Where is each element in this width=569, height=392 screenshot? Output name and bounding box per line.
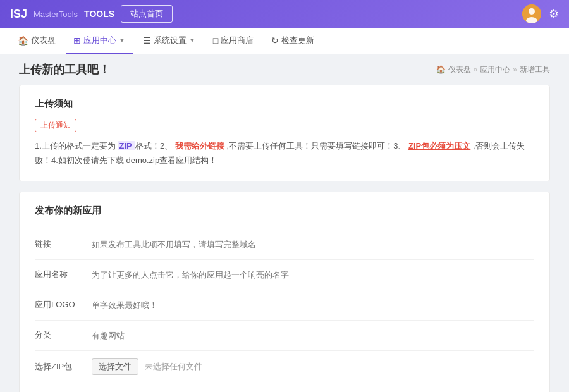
- chevron-down-icon: ▼: [119, 37, 125, 44]
- sidebar-item-sys-settings[interactable]: ☰ 系统设置 ▼: [135, 28, 203, 54]
- nav-label-dashboard: 仪表盘: [31, 35, 56, 46]
- home-icon: 🏠: [18, 35, 28, 46]
- notice-must-highlight: ZIP包必须为压文: [408, 141, 470, 150]
- avatar[interactable]: [522, 4, 541, 23]
- breadcrumb-current: 新增工具: [520, 64, 550, 75]
- nav: 🏠 仪表盘 ⊞ 应用中心 ▼ ☰ 系统设置 ▼ □ 应用商店 ↻ 检查更新: [0, 28, 569, 54]
- sidebar-item-check-update[interactable]: ↻ 检查更新: [264, 28, 322, 54]
- notice-part-1: 1.上传的格式一定要为: [35, 141, 116, 150]
- header-left: ISJ MasterTools TOOLS 站点首页: [10, 5, 173, 23]
- input-app-name[interactable]: [92, 270, 534, 279]
- no-file-label: 未选择任何文件: [145, 361, 202, 372]
- choose-file-button[interactable]: 选择文件: [92, 358, 138, 375]
- store-icon: □: [213, 35, 218, 46]
- field-app-logo: [92, 300, 534, 310]
- page-header: 上传新的工具吧！ 🏠 仪表盘 » 应用中心 » 新增工具: [0, 54, 569, 85]
- chevron-down-icon-settings: ▼: [189, 37, 195, 44]
- publish-form-title: 发布你的新应用: [35, 205, 534, 217]
- upload-notice-title: 上传须知: [35, 98, 534, 110]
- label-link: 链接: [35, 238, 92, 250]
- input-app-logo[interactable]: [92, 300, 534, 310]
- breadcrumb-sep-1: »: [474, 65, 478, 74]
- sidebar-item-dashboard[interactable]: 🏠 仪表盘: [10, 28, 63, 54]
- field-link: [92, 240, 534, 249]
- sidebar-item-app-center[interactable]: ⊞ 应用中心 ▼: [66, 28, 133, 54]
- main-content: 上传须知 上传通知 1.上传的格式一定要为 ZIP 格式！2、 我需给外链接 ,…: [0, 85, 569, 392]
- logo-text: MasterTools: [34, 9, 78, 19]
- notice-link-highlight: 我需给外链接: [175, 141, 224, 150]
- page-title: 上传新的工具吧！: [19, 62, 110, 77]
- publish-form-card: 发布你的新应用 链接 应用名称 应用LOGO 分类: [19, 192, 550, 392]
- label-app-name: 应用名称: [35, 269, 92, 280]
- form-row-category: 分类: [35, 321, 534, 351]
- notice-text: 1.上传的格式一定要为 ZIP 格式！2、 我需给外链接 ,不需要上传任何工具！…: [35, 138, 534, 168]
- form-row-app-logo: 应用LOGO: [35, 290, 534, 321]
- sidebar-item-app-store[interactable]: □ 应用商店: [205, 28, 261, 54]
- nav-label-sys-settings: 系统设置: [154, 35, 187, 46]
- grid-icon: ⊞: [73, 35, 81, 46]
- breadcrumb-home[interactable]: 🏠 仪表盘: [436, 64, 470, 75]
- breadcrumb-sep-2: »: [513, 65, 517, 74]
- refresh-icon: ↻: [271, 35, 279, 46]
- header: ISJ MasterTools TOOLS 站点首页 ⚙: [0, 0, 569, 28]
- form-row-app-name: 应用名称: [35, 260, 534, 290]
- label-app-logo: 应用LOGO: [35, 299, 92, 310]
- nav-label-check-update: 检查更新: [281, 35, 314, 46]
- breadcrumb: 🏠 仪表盘 » 应用中心 » 新增工具: [436, 64, 550, 75]
- notice-part-2: 格式！2、: [135, 141, 173, 150]
- input-link[interactable]: [92, 240, 534, 249]
- notice-part-3: ,不需要上传任何工具！只需要填写链接即可！3、: [227, 141, 407, 150]
- breadcrumb-app-center[interactable]: 应用中心: [480, 64, 510, 75]
- notice-tag[interactable]: 上传通知: [35, 119, 76, 132]
- nav-label-app-store: 应用商店: [221, 35, 254, 46]
- field-category: [92, 331, 534, 340]
- settings-icon: ☰: [143, 35, 151, 46]
- logo-tools: TOOLS: [84, 9, 114, 19]
- header-right: ⚙: [522, 4, 559, 23]
- nav-label-app-center: 应用中心: [83, 35, 116, 46]
- file-row: 选择文件 未选择任何文件: [92, 358, 534, 375]
- form-row-zip: 选择ZIP包 选择文件 未选择任何文件: [35, 351, 534, 383]
- field-app-name: [92, 270, 534, 279]
- logo-icon: ISJ: [10, 8, 27, 21]
- label-category: 分类: [35, 329, 92, 341]
- notice-zip-highlight: ZIP: [118, 141, 135, 150]
- form-row-link: 链接: [35, 230, 534, 260]
- gear-icon[interactable]: ⚙: [549, 7, 559, 21]
- upload-notice-card: 上传须知 上传通知 1.上传的格式一定要为 ZIP 格式！2、 我需给外链接 ,…: [19, 85, 550, 181]
- svg-point-1: [529, 8, 535, 15]
- field-zip: 选择文件 未选择任何文件: [92, 358, 534, 375]
- site-home-button[interactable]: 站点首页: [121, 5, 173, 23]
- label-zip: 选择ZIP包: [35, 361, 92, 372]
- input-category[interactable]: [92, 331, 534, 340]
